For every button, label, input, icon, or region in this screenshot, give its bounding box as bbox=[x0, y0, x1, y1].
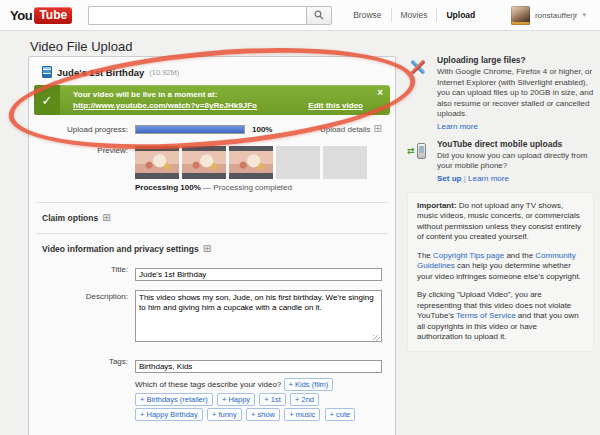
suggested-tag[interactable]: + funny bbox=[207, 408, 242, 421]
progress-label: Upload progress: bbox=[42, 125, 128, 134]
suggested-tag[interactable]: + Happy Birthday bbox=[135, 408, 203, 421]
expand-icon: ⊞ bbox=[203, 244, 211, 254]
banner-message: Your video will be live in a moment at: bbox=[73, 89, 257, 100]
header-nav: Browse Movies Upload bbox=[344, 8, 484, 22]
tags-row: Tags: Which of these tags describe your … bbox=[42, 355, 382, 422]
file-title-row: Jude's 1st Birthday (10.92M) bbox=[42, 66, 382, 78]
divider bbox=[36, 233, 388, 234]
upload-details-toggle[interactable]: Upload details ⊞ bbox=[320, 124, 382, 134]
processing-percent: Processing 100% bbox=[135, 183, 201, 192]
expand-icon: ⊞ bbox=[374, 124, 382, 134]
suggested-tag[interactable]: + Happy bbox=[217, 393, 255, 406]
video-url-link[interactable]: http://www.youtube.com/watch?v=8yReJHk9J… bbox=[73, 100, 257, 111]
preview-row: Preview: bbox=[42, 146, 382, 179]
important-paragraph-1: Important: Do not upload any TV shows, m… bbox=[417, 201, 584, 243]
divider bbox=[36, 202, 388, 203]
nav-upload[interactable]: Upload bbox=[436, 8, 484, 22]
description-textarea[interactable]: This video shows my son, Jude, on his fi… bbox=[135, 290, 382, 342]
category-label: Category: bbox=[42, 431, 128, 435]
learn-more-link[interactable]: Learn more bbox=[468, 174, 509, 183]
nav-movies[interactable]: Movies bbox=[391, 8, 437, 22]
help-sidebar: Uploading large files? With Google Chrom… bbox=[407, 55, 594, 352]
preview-label: Preview: bbox=[42, 146, 128, 179]
thumbnail-strip bbox=[135, 146, 367, 179]
success-banner: ✓ Your video will be live in a moment at… bbox=[34, 85, 390, 115]
file-title: Jude's 1st Birthday bbox=[57, 67, 144, 78]
suggest-question: Which of these tags describe your video? bbox=[135, 380, 281, 389]
video-file-icon bbox=[42, 66, 52, 78]
important-notice: Important: Do not upload any TV shows, m… bbox=[407, 192, 594, 352]
suggested-tag[interactable]: + show bbox=[246, 408, 280, 421]
learn-more-link[interactable]: Learn more bbox=[437, 122, 478, 131]
video-info-label: Video information and privacy settings bbox=[42, 244, 199, 254]
page-title: Video File Upload bbox=[30, 39, 132, 54]
important-paragraph-3: By clicking "Upload Video", you are repr… bbox=[417, 290, 584, 343]
tags-label: Tags: bbox=[42, 355, 128, 422]
upload-details-label: Upload details bbox=[320, 125, 371, 134]
suggested-tag[interactable]: + Kids (film) bbox=[284, 378, 334, 391]
search-bar bbox=[88, 6, 332, 25]
tags-input[interactable] bbox=[135, 360, 382, 373]
tip-heading: YouTube direct mobile uploads bbox=[437, 139, 594, 149]
expand-icon: ⊞ bbox=[102, 213, 110, 223]
suggested-tag[interactable]: + music bbox=[284, 408, 320, 421]
processing-text: — Processing completed bbox=[201, 183, 292, 192]
tip-large-files: Uploading large files? With Google Chrom… bbox=[407, 55, 594, 131]
youtube-upload-page: You Tube Browse Movies Upload ronstauffe… bbox=[0, 0, 600, 435]
claim-options-header[interactable]: Claim options ⊞ bbox=[42, 213, 382, 223]
logo-you-text: You bbox=[10, 8, 32, 23]
video-info-header[interactable]: Video information and privacy settings ⊞ bbox=[42, 244, 382, 254]
check-icon: ✓ bbox=[34, 85, 60, 115]
logo-tube-text: Tube bbox=[34, 7, 72, 24]
search-input[interactable] bbox=[88, 6, 306, 25]
link-separator: | bbox=[464, 174, 466, 183]
set-up-link[interactable]: Set up bbox=[437, 174, 461, 183]
suggested-tag[interactable]: + cute bbox=[325, 408, 356, 421]
terms-of-service-link[interactable]: Terms of Service bbox=[456, 311, 516, 320]
description-row: Description: This video shows my son, Ju… bbox=[42, 290, 382, 346]
progress-bar bbox=[135, 125, 245, 134]
username: ronstaufferjr bbox=[535, 11, 578, 20]
tools-icon bbox=[407, 56, 429, 78]
nav-browse[interactable]: Browse bbox=[344, 8, 390, 22]
tip-body: With Google Chrome, Firefox 4 or higher,… bbox=[437, 67, 594, 120]
description-label: Description: bbox=[42, 290, 128, 346]
video-thumbnail[interactable] bbox=[135, 146, 179, 179]
title-input[interactable] bbox=[135, 268, 382, 281]
processing-status: Processing 100% — Processing completed bbox=[135, 183, 382, 192]
important-paragraph-2: The Copyright Tips page and the Communit… bbox=[417, 251, 584, 283]
copyright-tips-link[interactable]: Copyright Tips page bbox=[433, 251, 504, 260]
upload-form-panel: Jude's 1st Birthday (10.92M) ✓ Your vide… bbox=[28, 56, 396, 435]
suggested-tag[interactable]: + 2nd bbox=[290, 393, 319, 406]
important-lead: Important: bbox=[417, 201, 457, 210]
progress-fill bbox=[136, 126, 244, 133]
video-thumbnail[interactable] bbox=[182, 146, 226, 179]
progress-percent: 100% bbox=[252, 125, 272, 134]
edit-video-link[interactable]: Edit this video bbox=[308, 101, 363, 110]
tip-mobile-uploads: ⇄ YouTube direct mobile uploads Did you … bbox=[407, 139, 594, 183]
video-thumbnail[interactable] bbox=[229, 146, 273, 179]
search-button[interactable] bbox=[306, 6, 332, 25]
avatar bbox=[511, 6, 530, 25]
search-icon bbox=[314, 10, 324, 20]
thumbnail-placeholder bbox=[276, 146, 320, 179]
file-size: (10.92M) bbox=[149, 68, 179, 77]
chevron-down-icon: ▾ bbox=[582, 11, 586, 19]
title-label: Title: bbox=[42, 263, 128, 281]
banner-text: Your video will be live in a moment at: … bbox=[73, 89, 257, 111]
tip-body: Did you know you can upload directly fro… bbox=[437, 151, 594, 172]
top-header: You Tube Browse Movies Upload ronstauffe… bbox=[0, 0, 600, 31]
user-menu[interactable]: ronstaufferjr ▾ bbox=[511, 6, 590, 25]
upload-progress-row: Upload progress: 100% Upload details ⊞ bbox=[42, 124, 382, 134]
suggested-tags-block: Which of these tags describe your video?… bbox=[135, 377, 382, 422]
suggested-tag[interactable]: + 1st bbox=[259, 393, 285, 406]
close-icon[interactable]: × bbox=[377, 88, 383, 98]
claim-options-label: Claim options bbox=[42, 213, 98, 223]
youtube-logo[interactable]: You Tube bbox=[10, 7, 72, 24]
tip-heading: Uploading large files? bbox=[437, 55, 594, 65]
mobile-phone-icon: ⇄ bbox=[407, 140, 429, 162]
category-row: Category: -- Select a category -- bbox=[42, 431, 382, 435]
thumbnail-placeholder bbox=[323, 146, 367, 179]
title-row: Title: bbox=[42, 263, 382, 281]
suggested-tag[interactable]: + Birthdays (retailer) bbox=[135, 393, 213, 406]
